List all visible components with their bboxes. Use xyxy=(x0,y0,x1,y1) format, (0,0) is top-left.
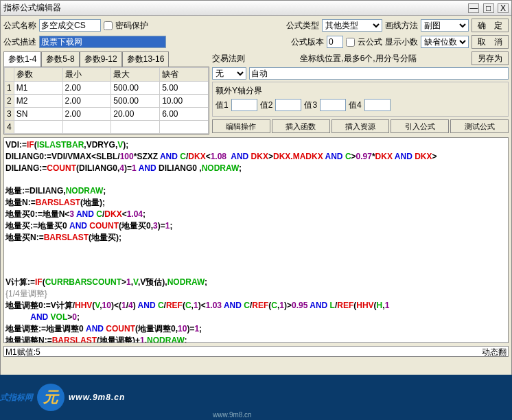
param-row[interactable]: 2 xyxy=(5,95,209,108)
maximize-button[interactable]: □ xyxy=(483,3,494,13)
draw-method-label: 画线方法 xyxy=(385,20,418,32)
val3-input[interactable] xyxy=(320,99,346,111)
watermark: 式指标网 元 www.9m8.cn www.9m8.cn xyxy=(0,375,512,420)
param-grid: 参数最小最大缺省1234 xyxy=(3,67,209,135)
status-bar: M1赋值:5 动态翻 xyxy=(3,346,509,357)
code-editor[interactable]: VDI:=IF(ISLASTBAR,VDRYG,V);DILIANG0:=VDI… xyxy=(3,137,509,343)
param-row[interactable]: 4 xyxy=(5,121,209,134)
watermark-logo-icon: 元 xyxy=(37,384,65,411)
formula-name-input[interactable] xyxy=(39,19,101,32)
ok-button[interactable]: 确 定 xyxy=(472,19,509,32)
edit-op-button[interactable]: 编辑操作 xyxy=(212,119,270,133)
coord-hint: 坐标线位置,最多6个,用分号分隔 xyxy=(248,53,469,65)
param-row[interactable]: 1 xyxy=(5,82,209,95)
val4-input[interactable] xyxy=(364,99,391,111)
formula-desc-input[interactable]: 股票下载网WWW.GPXIAZAI.COM xyxy=(39,36,166,48)
tab-param-9-12[interactable]: 参数9-12 xyxy=(80,51,122,67)
draw-method-select[interactable]: 副图 xyxy=(421,19,469,32)
val1-input[interactable] xyxy=(231,99,257,111)
decimal-select[interactable]: 缺省位数 xyxy=(421,36,469,48)
minimize-button[interactable]: — xyxy=(468,3,479,13)
titlebar: 指标公式编辑器 — □ X xyxy=(1,1,511,16)
saveas-button[interactable]: 另存为 xyxy=(472,51,509,65)
tab-param-1-4[interactable]: 参数1-4 xyxy=(3,51,41,67)
extra-y-label: 额外Y轴分界 xyxy=(216,85,262,97)
formula-type-select[interactable]: 其他类型 xyxy=(322,19,382,32)
password-checkbox[interactable] xyxy=(104,21,113,30)
import-formula-button[interactable]: 引入公式 xyxy=(391,119,449,133)
window-title: 指标公式编辑器 xyxy=(3,2,467,14)
decimal-label: 显示小数 xyxy=(385,36,418,48)
test-formula-button[interactable]: 测试公式 xyxy=(450,119,509,133)
status-right: 动态翻 xyxy=(482,347,507,356)
password-label: 密码保护 xyxy=(115,20,148,32)
status-left: M1赋值:5 xyxy=(5,347,482,356)
insert-func-button[interactable]: 插入函数 xyxy=(272,119,330,133)
trade-rule-label: 交易法则 xyxy=(212,53,245,65)
insert-res-button[interactable]: 插入资源 xyxy=(331,119,390,133)
param-row[interactable]: 3 xyxy=(5,108,209,121)
formula-version-label: 公式版本 xyxy=(291,36,324,48)
formula-type-label: 公式类型 xyxy=(286,20,319,32)
close-button[interactable]: X xyxy=(498,3,509,13)
cancel-button[interactable]: 取 消 xyxy=(472,35,509,49)
coord-input[interactable] xyxy=(249,67,509,80)
formula-name-label: 公式名称 xyxy=(3,20,36,32)
tab-param-13-16[interactable]: 参数13-16 xyxy=(122,51,170,67)
cloud-checkbox[interactable] xyxy=(346,38,355,47)
cloud-label: 云公式 xyxy=(358,36,382,48)
formula-desc-label: 公式描述 xyxy=(3,36,36,48)
val2-input[interactable] xyxy=(275,99,301,111)
formula-editor-window: 指标公式编辑器 — □ X 公式名称 密码保护 公式类型 其他类型 画线方法 副… xyxy=(0,0,512,420)
trade-rule-select[interactable]: 无 xyxy=(212,67,246,80)
tab-param-5-8[interactable]: 参数5-8 xyxy=(41,51,79,67)
param-tabs: 参数1-4 参数5-8 参数9-12 参数13-16 xyxy=(3,51,209,67)
formula-version-input[interactable] xyxy=(327,36,343,48)
window-controls: — □ X xyxy=(467,3,509,13)
